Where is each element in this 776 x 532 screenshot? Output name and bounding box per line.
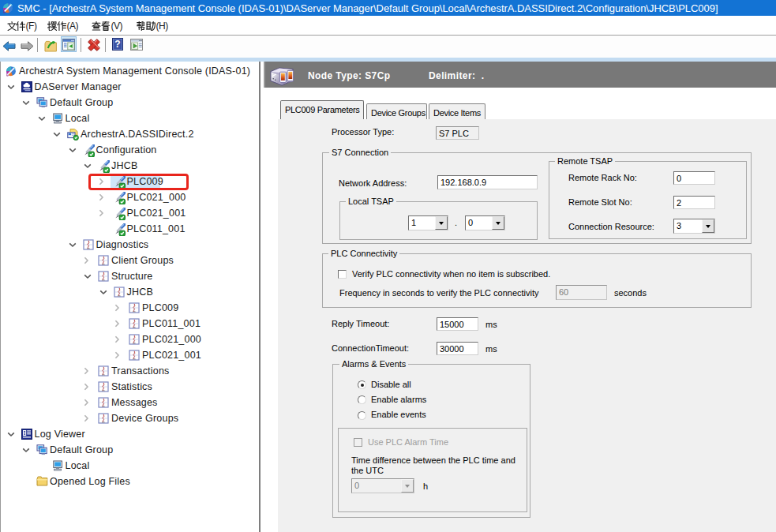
svg-text:?: ? xyxy=(114,39,120,50)
